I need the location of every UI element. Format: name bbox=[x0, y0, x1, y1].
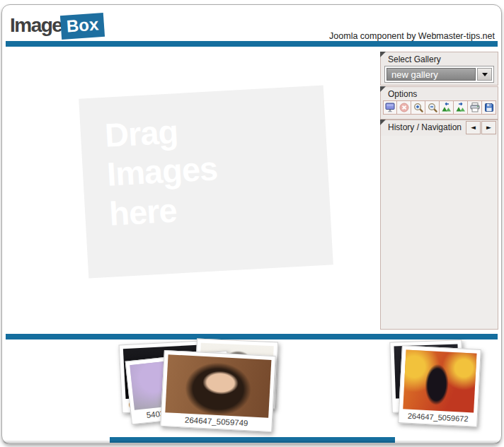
chevron-down-icon bbox=[482, 73, 488, 76]
zoom-out-icon bbox=[427, 102, 438, 113]
options-panel: Options bbox=[380, 86, 498, 120]
panel-fold-corner-icon bbox=[380, 86, 386, 92]
panel-fold-corner-icon bbox=[380, 52, 386, 57]
gallery-select-value: new gallery bbox=[386, 68, 476, 81]
thumbnail-photo bbox=[165, 354, 271, 418]
delete-button[interactable] bbox=[397, 100, 411, 115]
options-toolbar bbox=[383, 100, 496, 115]
arrow-right-icon: ► bbox=[486, 124, 491, 131]
select-gallery-panel: Select Gallery new gallery bbox=[380, 52, 498, 86]
thumbnail-label: 264647_5059672 bbox=[402, 409, 474, 425]
tagline: Joomla component by Webmaster-tips.net bbox=[329, 31, 495, 41]
logo-text-image: Image bbox=[10, 14, 62, 36]
slideshow-icon bbox=[384, 102, 396, 113]
logo-text-box: Box bbox=[60, 13, 105, 40]
zoom-in-icon bbox=[413, 102, 424, 113]
header-divider-bar bbox=[6, 41, 498, 47]
history-next-button[interactable]: ► bbox=[481, 121, 496, 134]
history-list bbox=[381, 136, 498, 329]
history-panel: History / Navigation ◄ ► bbox=[380, 120, 498, 330]
print-button[interactable] bbox=[468, 100, 482, 115]
zoom-out-button[interactable] bbox=[425, 100, 440, 115]
content-divider-bar bbox=[6, 334, 498, 339]
move-image-left-icon bbox=[441, 102, 452, 113]
save-button[interactable] bbox=[482, 100, 496, 115]
thumbnail-photo bbox=[403, 349, 476, 412]
move-image-right-button[interactable] bbox=[454, 100, 468, 115]
dropdown-button[interactable] bbox=[477, 68, 492, 81]
delete-icon bbox=[399, 102, 410, 113]
imagebox-logo: ImageBox bbox=[10, 14, 105, 39]
save-icon bbox=[483, 102, 495, 113]
thumbnail-polaroid[interactable]: 264647_5059672 bbox=[398, 345, 481, 427]
zoom-in-button[interactable] bbox=[411, 100, 425, 115]
thumbnail-polaroid[interactable]: 264647_5059749 bbox=[160, 350, 275, 432]
move-image-left-button[interactable] bbox=[440, 100, 454, 115]
gallery-select[interactable]: new gallery bbox=[384, 66, 494, 83]
options-title: Options bbox=[381, 87, 498, 100]
arrow-left-icon: ◄ bbox=[471, 124, 476, 131]
slideshow-button[interactable] bbox=[383, 100, 397, 115]
move-image-right-icon bbox=[455, 102, 466, 113]
app-window: ImageBox Joomla component by Webmaster-t… bbox=[1, 4, 502, 444]
history-header: History / Navigation ◄ ► bbox=[381, 120, 498, 136]
print-icon bbox=[469, 102, 481, 113]
history-prev-button[interactable]: ◄ bbox=[466, 121, 481, 134]
drop-area[interactable]: Drag Images here bbox=[79, 86, 333, 279]
window-bottom-shadow bbox=[3, 440, 500, 443]
select-gallery-title: Select Gallery bbox=[381, 52, 498, 66]
